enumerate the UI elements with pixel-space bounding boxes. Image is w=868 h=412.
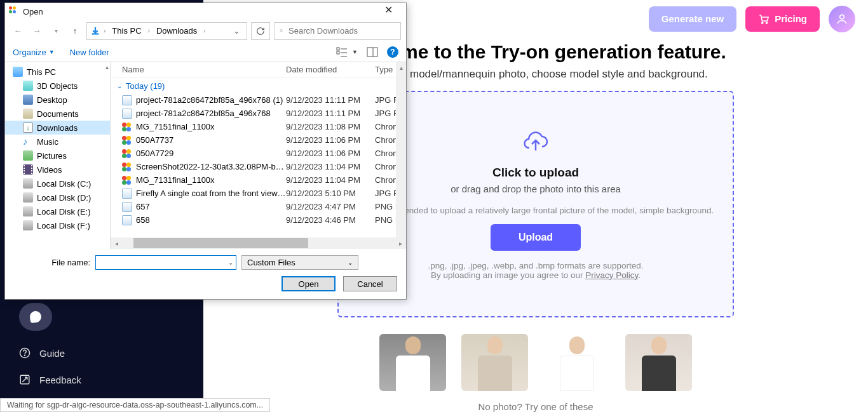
tree-item-label: Videos — [37, 165, 62, 175]
dialog-close-button[interactable]: ✕ — [374, 4, 402, 19]
chrome-file-icon — [122, 122, 132, 132]
search-icon — [280, 27, 283, 35]
disk-icon — [23, 192, 33, 203]
dropzone-subtitle: or drag and drop the photo into this are… — [451, 183, 621, 194]
open-button[interactable]: Open — [281, 276, 336, 291]
tree-item-local-disk-f-[interactable]: Local Disk (F:) — [5, 218, 110, 232]
file-name: 658 — [136, 215, 286, 225]
feedback-icon — [19, 374, 31, 385]
upload-button[interactable]: Upload — [491, 224, 581, 251]
sidebar-item-guide[interactable]: Guide — [19, 340, 203, 366]
file-row[interactable]: ScreenShot2022-12-30at3.32.08PM-b11e...9… — [111, 160, 406, 173]
image-file-icon — [122, 202, 132, 212]
nav-up-button[interactable]: ↑ — [67, 23, 83, 39]
disk-icon — [23, 206, 33, 216]
file-row[interactable]: Firefly A single coat from the front vie… — [111, 187, 406, 200]
file-row[interactable]: 050A77299/12/2023 11:06 PMChrom — [111, 147, 406, 160]
dialog-title: Open — [23, 7, 43, 17]
tree-item-this-pc[interactable]: This PC — [5, 65, 110, 79]
tree-item-documents[interactable]: Documents — [5, 107, 110, 121]
no-photo-text: No photo? Try one of these — [222, 401, 849, 412]
column-name[interactable]: Name — [122, 65, 286, 74]
tree-item-local-disk-c-[interactable]: Local Disk (C:) — [5, 176, 110, 190]
new-folder-button[interactable]: New folder — [70, 48, 109, 57]
file-name: project-781a2c86472bf85a_496x768 (1) — [136, 95, 286, 105]
file-row[interactable]: project-781a2c86472bf85a_496x768 (1)9/12… — [111, 93, 406, 107]
file-row[interactable]: project-781a2c86472bf85a_496x7689/12/202… — [111, 107, 406, 120]
file-date: 9/12/2023 11:04 PM — [286, 175, 375, 185]
address-dropdown[interactable]: ⌄ — [229, 26, 244, 36]
file-name-input[interactable] — [98, 258, 228, 267]
file-date: 9/12/2023 5:10 PM — [286, 189, 375, 198]
tree-item-videos[interactable]: Videos — [5, 163, 110, 176]
file-row[interactable]: 6579/12/2023 4:47 PMPNG I — [111, 200, 406, 213]
file-date: 9/12/2023 4:47 PM — [286, 202, 375, 211]
help-button[interactable]: ? — [387, 46, 398, 58]
group-header-today[interactable]: ⌄ Today (19) — [111, 77, 406, 93]
nav-forward-button[interactable]: → — [29, 23, 44, 39]
file-row[interactable]: MG_7131final_1100x9/12/2023 11:04 PMChro… — [111, 173, 406, 187]
dialog-titlebar[interactable]: Open ✕ — [5, 3, 406, 20]
column-date[interactable]: Date modified — [286, 65, 375, 74]
sample-thumb[interactable] — [379, 334, 446, 391]
chat-button[interactable] — [19, 303, 52, 331]
file-date: 9/12/2023 11:06 PM — [286, 149, 375, 158]
organize-button[interactable]: Organize ▼ — [13, 48, 55, 57]
tree-item-3d-objects[interactable]: 3D Objects — [5, 79, 110, 93]
file-list-vscrollbar[interactable]: ▴ — [396, 62, 406, 237]
file-name-field-wrapper[interactable]: ⌄ — [95, 255, 236, 270]
generate-new-button[interactable]: Generate new — [649, 6, 736, 32]
tree-item-desktop[interactable]: Desktop — [5, 93, 110, 107]
file-name: 657 — [136, 202, 286, 211]
sidebar-item-feedback[interactable]: Feedback — [19, 366, 203, 393]
address-bar[interactable]: › This PC › Downloads › ⌄ — [86, 22, 247, 40]
nav-back-button[interactable]: ← — [10, 23, 25, 39]
file-row[interactable]: 050A77379/12/2023 11:06 PMChrom — [111, 133, 406, 147]
refresh-button[interactable] — [251, 22, 270, 40]
file-name-dropdown-icon[interactable]: ⌄ — [228, 259, 233, 266]
file-type-filter[interactable]: Custom Files ⌄ — [241, 255, 358, 270]
sample-thumb[interactable] — [625, 334, 692, 391]
breadcrumb-downloads[interactable]: Downloads — [153, 25, 201, 37]
folder-tree[interactable]: ▴ This PC3D ObjectsDesktopDocumentsDownl… — [5, 62, 111, 249]
tree-item-label: Local Disk (F:) — [37, 221, 90, 230]
svg-point-5 — [840, 15, 844, 19]
sample-thumb[interactable] — [543, 334, 610, 391]
svg-point-3 — [762, 22, 763, 23]
chrome-file-icon — [122, 162, 132, 172]
tree-item-pictures[interactable]: Pictures — [5, 149, 110, 163]
agree-suffix: . — [638, 270, 641, 280]
tree-item-local-disk-d-[interactable]: Local Disk (D:) — [5, 190, 110, 204]
file-row[interactable]: 6589/12/2023 4:46 PMPNG I — [111, 213, 406, 227]
svg-rect-9 — [367, 48, 377, 56]
dropzone-title: Click to upload — [492, 166, 579, 180]
pricing-button[interactable]: Pricing — [745, 6, 820, 32]
down-icon — [23, 123, 33, 133]
search-box[interactable] — [274, 22, 401, 40]
tree-scroll-up-icon[interactable]: ▴ — [105, 63, 109, 70]
file-open-dialog: Open ✕ ← → ▾ ↑ › This PC › Downloads › ⌄… — [4, 3, 407, 300]
view-mode-button[interactable]: ▼ — [336, 47, 358, 57]
file-name: MG_7131final_1100x — [136, 175, 286, 185]
file-row[interactable]: MG_7151final_1100x9/12/2023 11:08 PMChro… — [111, 120, 406, 133]
file-date: 9/12/2023 11:11 PM — [286, 95, 375, 105]
sample-thumb[interactable] — [461, 334, 528, 391]
breadcrumb-this-pc[interactable]: This PC — [108, 25, 145, 37]
svg-point-4 — [766, 22, 768, 23]
tree-item-music[interactable]: ♪Music — [5, 135, 110, 149]
file-date: 9/12/2023 11:08 PM — [286, 122, 375, 131]
column-headers[interactable]: Name Date modified Type — [111, 62, 406, 77]
image-file-icon — [122, 189, 132, 199]
cancel-button[interactable]: Cancel — [343, 276, 397, 291]
file-date: 9/12/2023 4:46 PM — [286, 215, 375, 225]
privacy-policy-link[interactable]: Privacy Policy — [585, 270, 638, 280]
search-input[interactable] — [288, 26, 395, 36]
tree-item-local-disk-e-[interactable]: Local Disk (E:) — [5, 204, 110, 218]
file-list-hscrollbar[interactable]: ◂▸ — [111, 237, 406, 249]
tree-item-downloads[interactable]: Downloads — [5, 121, 110, 135]
preview-pane-button[interactable] — [367, 47, 378, 57]
breadcrumb-sep-icon: › — [104, 27, 105, 34]
avatar-button[interactable] — [829, 6, 855, 32]
tree-item-label: Music — [37, 137, 58, 147]
nav-recent-dropdown[interactable]: ▾ — [48, 23, 64, 39]
